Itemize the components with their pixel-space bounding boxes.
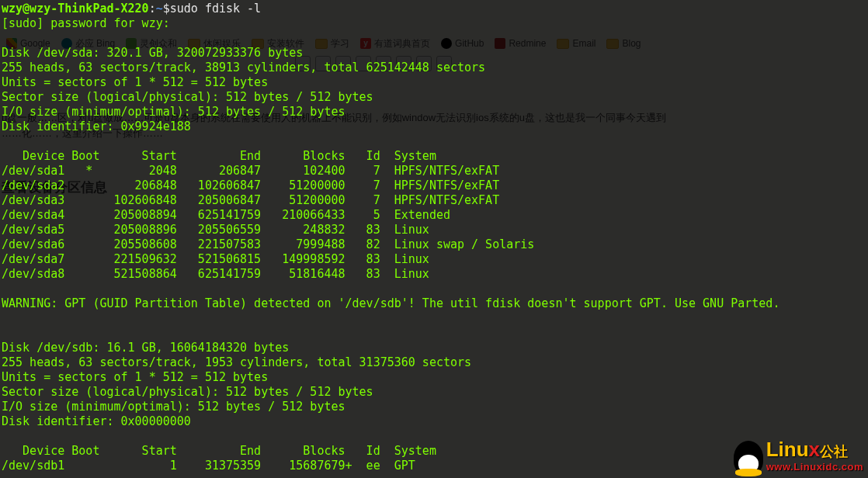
prompt-user: wzy@wzy-ThinkPad-X220 (2, 2, 149, 16)
tux-icon (734, 441, 763, 475)
prompt-path: ~ (156, 2, 163, 16)
watermark-brand: Linux公社 (766, 442, 863, 459)
command: sudo fdisk -l (170, 2, 261, 16)
terminal[interactable]: wzy@wzy-ThinkPad-X220:~$sudo fdisk -l [s… (0, 0, 868, 478)
watermark-url: www.Linuxidc.com (766, 459, 863, 474)
watermark: Linux公社 www.Linuxidc.com (734, 441, 863, 475)
